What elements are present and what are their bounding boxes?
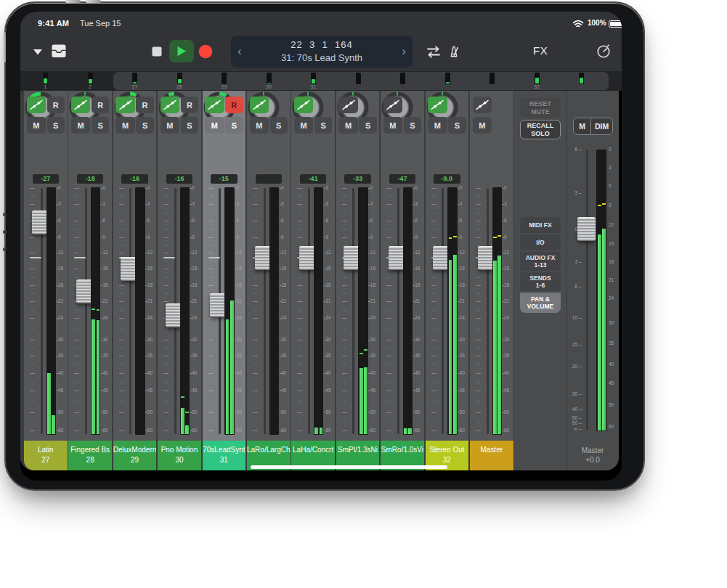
- track-label[interactable]: Master: [470, 441, 513, 470]
- channel-strip[interactable]: RMS -1803691215182124303540455060: [68, 91, 112, 441]
- solo-button[interactable]: S: [136, 117, 154, 134]
- fader-track[interactable]: [487, 188, 489, 434]
- fader-track[interactable]: [442, 188, 444, 434]
- solo-button[interactable]: S: [225, 117, 243, 134]
- channel-strip[interactable]: MS 03691215182124303540455060: [247, 91, 291, 441]
- record-button[interactable]: [198, 44, 213, 59]
- channel-strip[interactable]: MS -9.003691215182124303540455060: [426, 91, 469, 441]
- track-label[interactable]: Fingered Bs28: [68, 441, 112, 470]
- overview-track-meter[interactable]: [400, 73, 405, 84]
- mute-button[interactable]: M: [27, 117, 46, 134]
- cycle-button[interactable]: [424, 45, 443, 59]
- record-enable-button[interactable]: R: [92, 97, 110, 113]
- channel-strip[interactable]: RMS -1603691215182124303540455060: [113, 91, 157, 441]
- stop-button[interactable]: [152, 46, 162, 57]
- automation-button[interactable]: [473, 97, 492, 113]
- master-fader-track[interactable]: [586, 150, 588, 430]
- mute-button[interactable]: M: [473, 117, 492, 134]
- master-fader-cap[interactable]: [577, 217, 596, 241]
- solo-button[interactable]: S: [314, 117, 333, 134]
- overview-track-meter[interactable]: [267, 73, 272, 84]
- overview-track-meter[interactable]: [490, 73, 495, 84]
- automation-button[interactable]: [27, 97, 46, 113]
- channel-strip[interactable]: M03691215182124303540455060: [470, 91, 513, 441]
- automation-button[interactable]: [250, 97, 269, 113]
- solo-button[interactable]: S: [359, 117, 377, 134]
- solo-button[interactable]: S: [270, 117, 288, 134]
- overview-track-meter[interactable]: [311, 73, 316, 84]
- view-button-audio-fx[interactable]: AUDIO FX 1-13: [520, 252, 561, 271]
- solo-button[interactable]: S: [404, 117, 422, 134]
- overview-track-meter[interactable]: [132, 73, 137, 84]
- tracks-overview-strip[interactable]: 12272829303132: [20, 71, 622, 91]
- fader-track[interactable]: [352, 188, 354, 434]
- channel-strip[interactable]: RMS -1603691215182124303540455060: [158, 91, 201, 441]
- view-button-i-o[interactable]: I/O: [520, 234, 561, 250]
- automation-button[interactable]: [338, 97, 358, 113]
- automation-button[interactable]: [205, 97, 224, 113]
- track-label[interactable]: Latin27: [24, 441, 68, 470]
- mute-button[interactable]: M: [161, 117, 180, 134]
- aux-scroll-indicator[interactable]: [251, 465, 447, 469]
- reset-mute-button[interactable]: RESET MUTE: [520, 98, 561, 118]
- solo-button[interactable]: S: [181, 117, 199, 134]
- overview-track-meter[interactable]: [445, 73, 450, 84]
- overview-track-meter[interactable]: [535, 73, 540, 84]
- view-button-pan-[interactable]: PAN & VOLUME: [520, 293, 561, 313]
- record-enable-button[interactable]: R: [225, 97, 243, 113]
- channel-strip[interactable]: RMS -1503691215182124303540455060: [203, 91, 246, 441]
- mute-button[interactable]: M: [428, 117, 447, 134]
- overview-track-meter[interactable]: [43, 73, 48, 84]
- fader-track[interactable]: [129, 188, 131, 434]
- mute-button[interactable]: M: [338, 117, 358, 134]
- record-enable-button[interactable]: R: [136, 97, 154, 113]
- recall-solo-button[interactable]: RECALL SOLO: [520, 120, 561, 139]
- automation-button[interactable]: [115, 97, 135, 113]
- channel-strip[interactable]: MS -3303691215182124303540455060: [336, 91, 380, 441]
- track-label[interactable]: Pno Motion30: [158, 441, 201, 470]
- mute-button[interactable]: M: [250, 117, 269, 134]
- record-enable-button[interactable]: R: [47, 97, 65, 113]
- view-button-midi-fx[interactable]: MIDI FX: [520, 217, 561, 233]
- overview-track-meter[interactable]: [222, 73, 227, 84]
- fader-tick-minor: [165, 364, 168, 365]
- overview-track-meter[interactable]: [177, 73, 182, 84]
- disclosure-button[interactable]: [32, 48, 44, 56]
- automation-button[interactable]: [161, 97, 180, 113]
- automation-button[interactable]: [428, 97, 447, 113]
- solo-button[interactable]: S: [448, 117, 466, 134]
- solo-button[interactable]: S: [47, 117, 65, 134]
- mute-button[interactable]: M: [383, 117, 403, 134]
- channel-strip[interactable]: RMS -2703691215182124303540455060: [24, 91, 68, 441]
- next-track-button[interactable]: ›: [402, 36, 406, 68]
- fader-track[interactable]: [85, 188, 87, 434]
- tracks-drawer-button[interactable]: [50, 44, 68, 58]
- mute-button[interactable]: M: [205, 117, 224, 134]
- automation-icon: [386, 99, 400, 111]
- track-label[interactable]: DeluxModern29: [113, 441, 157, 470]
- channel-strip[interactable]: MS -4703691215182124303540455060: [381, 91, 424, 441]
- overview-track-meter[interactable]: [356, 73, 361, 84]
- mute-button[interactable]: M: [115, 117, 135, 134]
- channel-strip[interactable]: MS -4103691215182124303540455060: [291, 91, 335, 441]
- record-enable-button[interactable]: R: [181, 97, 199, 113]
- solo-button[interactable]: S: [92, 117, 110, 134]
- metronome-button[interactable]: [447, 44, 461, 59]
- fx-button[interactable]: FX: [533, 44, 548, 57]
- mute-button[interactable]: M: [71, 117, 91, 134]
- fader-track[interactable]: [308, 188, 310, 434]
- automation-button[interactable]: [294, 97, 314, 113]
- fader-tick-minor: [76, 229, 78, 230]
- fader-track[interactable]: [397, 188, 399, 434]
- play-button[interactable]: [169, 40, 194, 62]
- fader-track[interactable]: [264, 188, 266, 434]
- settings-icon[interactable]: [596, 44, 612, 60]
- automation-button[interactable]: [71, 97, 91, 113]
- meter-scale-label: 35: [370, 353, 375, 359]
- mute-button[interactable]: M: [294, 117, 314, 134]
- automation-button[interactable]: [383, 97, 403, 113]
- track-label[interactable]: 70sLeadSynt31: [203, 441, 246, 470]
- overview-track-meter[interactable]: [88, 73, 93, 84]
- view-button-sends[interactable]: SENDS 1-6: [520, 272, 561, 291]
- overview-track-meter[interactable]: [579, 73, 584, 84]
